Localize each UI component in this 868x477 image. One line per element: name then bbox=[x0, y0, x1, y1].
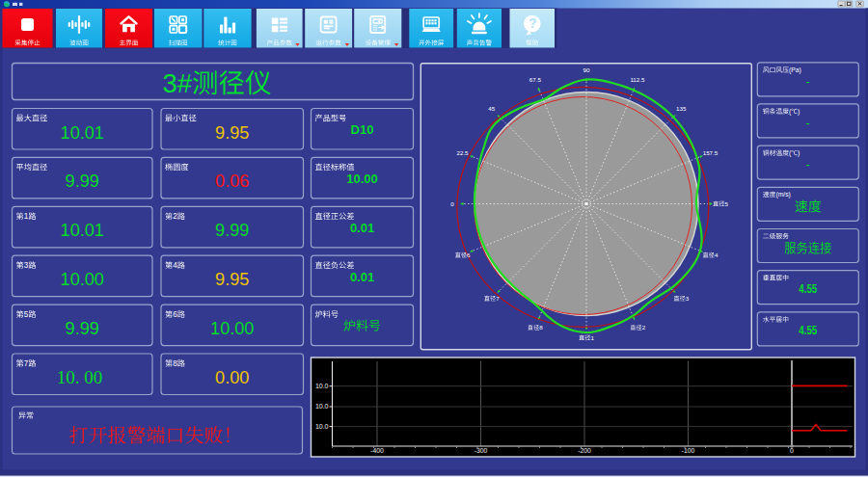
svg-text:D10: D10 bbox=[351, 122, 374, 137]
svg-text:4.55: 4.55 bbox=[799, 282, 817, 295]
svg-text:112.5: 112.5 bbox=[630, 76, 645, 83]
svg-text:10. 00: 10. 00 bbox=[57, 367, 103, 387]
svg-text:7: 7 bbox=[24, 359, 29, 368]
svg-text:8: 8 bbox=[173, 359, 177, 368]
svg-text:-: - bbox=[806, 116, 810, 130]
svg-text:8: 8 bbox=[539, 324, 543, 331]
svg-text:10.0: 10.0 bbox=[315, 423, 329, 430]
svg-text:0.01: 0.01 bbox=[350, 270, 374, 284]
svg-text:2: 2 bbox=[642, 324, 646, 331]
svg-text:0: 0 bbox=[450, 200, 454, 207]
svg-text:10.00: 10.00 bbox=[210, 318, 254, 338]
svg-text:10.0: 10.0 bbox=[315, 403, 329, 410]
svg-text:9.99: 9.99 bbox=[66, 318, 99, 338]
svg-text:0: 0 bbox=[790, 447, 794, 454]
svg-text:2: 2 bbox=[173, 212, 177, 221]
svg-text:0.00: 0.00 bbox=[215, 367, 249, 387]
svg-text:9.95: 9.95 bbox=[215, 269, 249, 289]
svg-text:-: - bbox=[806, 157, 810, 172]
svg-text:4: 4 bbox=[715, 252, 719, 258]
svg-text:0.06: 0.06 bbox=[215, 171, 249, 191]
svg-text:): ) bbox=[798, 149, 800, 157]
svg-text:?: ? bbox=[529, 15, 537, 31]
svg-text:5: 5 bbox=[725, 200, 729, 207]
svg-text:10.0: 10.0 bbox=[315, 383, 329, 389]
svg-text:(m/s): (m/s) bbox=[775, 191, 790, 199]
svg-text:10.00: 10.00 bbox=[61, 269, 104, 289]
svg-text:9.99: 9.99 bbox=[66, 171, 99, 191]
svg-text:157.5: 157.5 bbox=[703, 149, 719, 156]
svg-text:90: 90 bbox=[583, 66, 590, 73]
svg-text:9.99: 9.99 bbox=[215, 220, 249, 240]
svg-text:-400: -400 bbox=[370, 447, 384, 454]
svg-text:): ) bbox=[798, 108, 800, 116]
svg-text:-: - bbox=[806, 74, 810, 89]
svg-text:-200: -200 bbox=[578, 447, 591, 454]
svg-text:1: 1 bbox=[591, 334, 595, 341]
svg-text:3#: 3# bbox=[163, 68, 193, 98]
svg-text:135: 135 bbox=[676, 105, 687, 112]
svg-text:-100: -100 bbox=[682, 447, 695, 454]
svg-text:0.01: 0.01 bbox=[350, 221, 374, 235]
svg-text:7: 7 bbox=[496, 295, 500, 302]
svg-text:5: 5 bbox=[24, 310, 29, 319]
svg-text:6: 6 bbox=[173, 310, 177, 319]
svg-text:(Pa): (Pa) bbox=[789, 66, 801, 74]
svg-text:4.55: 4.55 bbox=[799, 324, 817, 336]
svg-text:9.95: 9.95 bbox=[215, 121, 249, 142]
svg-text:10.01: 10.01 bbox=[61, 121, 104, 142]
svg-text:10.00: 10.00 bbox=[346, 172, 378, 186]
svg-text:22.5: 22.5 bbox=[457, 149, 470, 156]
svg-text:-300: -300 bbox=[475, 447, 488, 454]
svg-text:3: 3 bbox=[686, 295, 690, 302]
svg-text:67.5: 67.5 bbox=[529, 76, 542, 83]
svg-text:45: 45 bbox=[488, 105, 495, 112]
svg-text:10.01: 10.01 bbox=[61, 220, 104, 240]
svg-text:4: 4 bbox=[173, 261, 177, 270]
svg-text:1: 1 bbox=[24, 212, 29, 221]
svg-text:6: 6 bbox=[467, 252, 471, 258]
svg-text:3: 3 bbox=[24, 261, 29, 270]
